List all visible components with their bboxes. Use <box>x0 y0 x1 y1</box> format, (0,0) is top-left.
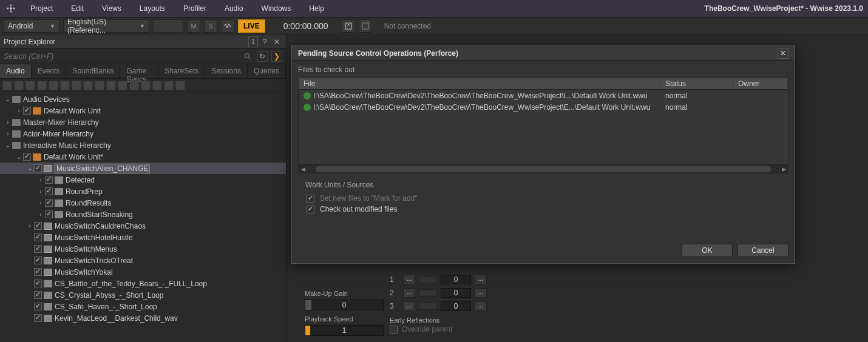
include-checkbox[interactable] <box>45 187 53 195</box>
tree-node[interactable]: ›RoundPrep <box>0 186 286 197</box>
forward-icon[interactable]: ❯ <box>271 51 282 62</box>
tab-events[interactable]: Events <box>32 64 67 78</box>
tree-node[interactable]: MusicSwitchYokai <box>0 266 286 278</box>
tool-icon-1[interactable] <box>2 81 12 90</box>
tool-icon-5[interactable] <box>49 81 58 90</box>
chevron-right-icon[interactable]: › <box>4 119 12 126</box>
dialog-close-button[interactable]: ✕ <box>778 48 788 59</box>
tree-node[interactable]: ›MusicSwitchCauldrenChaos <box>0 220 286 232</box>
search-icon[interactable] <box>242 51 253 62</box>
aux-value[interactable]: 0 <box>441 275 471 284</box>
tool-icon-16[interactable] <box>175 81 185 90</box>
chevron-right-icon[interactable]: › <box>36 188 45 195</box>
waveform-icon[interactable] <box>221 19 234 33</box>
tree-node[interactable]: ›Default Work Unit <box>0 105 286 116</box>
include-checkbox[interactable] <box>34 256 42 264</box>
col-status[interactable]: Status <box>660 79 733 88</box>
mute-button[interactable]: M <box>187 19 200 33</box>
tool-icon-15[interactable] <box>164 81 174 90</box>
tree-node[interactable]: MusicSwitchTrickOTreat <box>0 255 286 266</box>
tree-node[interactable]: CS_Battle_of_the_Teddy_Bears_-_FULL_Loop <box>0 278 286 289</box>
include-checkbox[interactable] <box>34 164 42 172</box>
tool-icon-4[interactable] <box>37 81 47 90</box>
override-parent-checkbox[interactable]: Override parent <box>390 325 608 334</box>
tool-icon-12[interactable] <box>129 81 139 90</box>
tab-queries[interactable]: Queries <box>248 64 286 78</box>
cancel-button[interactable]: Cancel <box>737 244 788 257</box>
menu-views[interactable]: Views <box>98 2 125 15</box>
tool-icon-9[interactable] <box>95 81 104 90</box>
tool-icon-10[interactable] <box>106 81 116 90</box>
tool-icon-8[interactable] <box>83 81 93 90</box>
ok-button[interactable]: OK <box>682 244 733 257</box>
include-checkbox[interactable] <box>34 314 42 322</box>
menu-project[interactable]: Project <box>27 2 56 15</box>
tree-node[interactable]: MusicSwitchHotelHustle <box>0 232 286 243</box>
tree-node[interactable]: CS_Safe_Haven_-_Short_Loop <box>0 301 286 312</box>
tool-icon-14[interactable] <box>152 81 162 90</box>
tool-icon-7[interactable] <box>72 81 81 90</box>
language-dropdown[interactable]: English(US) (Referenc...▼ <box>63 19 149 33</box>
tool-icon-13[interactable] <box>141 81 151 90</box>
menu-help[interactable]: Help <box>305 2 328 15</box>
include-checkbox[interactable] <box>34 233 42 241</box>
toolbar-slot[interactable] <box>153 19 183 33</box>
chevron-right-icon[interactable]: › <box>4 130 12 137</box>
tab-sessions[interactable]: Sessions <box>205 64 248 78</box>
menu-edit[interactable]: Edit <box>67 2 87 15</box>
include-checkbox[interactable] <box>34 268 42 276</box>
col-file[interactable]: File <box>299 79 660 88</box>
aux-value[interactable]: 0 <box>441 301 471 311</box>
include-checkbox[interactable] <box>34 280 42 287</box>
solo-button[interactable]: S <box>204 19 217 33</box>
tool-icon-11[interactable] <box>118 81 127 90</box>
tree-node[interactable]: ⌄Interactive Music Hierarchy <box>0 139 286 151</box>
tab-sharesets[interactable]: ShareSets <box>158 64 205 78</box>
file-row[interactable]: I:\SA\BooCrew\TheBooCrew\Dev2\TheBooCrew… <box>299 101 788 113</box>
aux-more-button[interactable]: ... <box>475 275 487 284</box>
tab-soundbanks[interactable]: SoundBanks <box>66 64 120 78</box>
close-panel-icon[interactable]: ✕ <box>271 36 282 47</box>
remote-sync-icon[interactable] <box>359 19 372 33</box>
horizontal-scrollbar[interactable]: ◀ ▶ <box>298 165 788 173</box>
menu-profiler[interactable]: Profiler <box>180 2 210 15</box>
playback-speed-slider[interactable]: 1 <box>305 325 384 336</box>
tree-node[interactable]: ›Actor-Mixer Hierarchy <box>0 128 286 139</box>
tool-icon-3[interactable] <box>25 81 35 90</box>
include-checkbox[interactable] <box>34 303 42 310</box>
tree-node[interactable]: MusicSwitchMenus <box>0 243 286 255</box>
aux-browse-button[interactable]: ... <box>403 288 415 298</box>
include-checkbox[interactable] <box>45 199 53 207</box>
chevron-right-icon[interactable]: › <box>25 223 34 229</box>
live-button[interactable]: LIVE <box>238 19 265 33</box>
file-table-body[interactable]: I:\SA\BooCrew\TheBooCrew\Dev2\TheBooCrew… <box>298 90 788 165</box>
include-checkbox[interactable] <box>34 245 42 253</box>
aux-browse-button[interactable]: ... <box>403 275 415 284</box>
help-icon[interactable]: ? <box>259 36 270 47</box>
aux-value[interactable]: 0 <box>441 288 471 298</box>
include-checkbox[interactable] <box>34 291 42 299</box>
tool-icon-6[interactable] <box>60 81 70 90</box>
search-input[interactable] <box>4 50 239 62</box>
tree-node[interactable]: ›Master-Mixer Hierarchy <box>0 116 286 128</box>
scroll-left-icon[interactable]: ◀ <box>299 166 307 172</box>
platform-dropdown[interactable]: Android▼ <box>4 19 59 33</box>
chevron-right-icon[interactable]: › <box>36 176 45 183</box>
chevron-down-icon[interactable]: ⌄ <box>15 153 23 160</box>
col-owner[interactable]: Owner <box>733 79 788 88</box>
makeup-gain-slider[interactable]: 0 <box>305 300 384 310</box>
include-checkbox[interactable] <box>23 153 31 161</box>
tree-node[interactable]: ⌄MusicSwitchAlien_CHANGE <box>0 163 286 174</box>
tree-node[interactable]: ›Detected <box>0 174 286 186</box>
chevron-down-icon[interactable]: ⌄ <box>25 165 34 172</box>
scroll-right-icon[interactable]: ▶ <box>779 166 788 172</box>
tree-node[interactable]: ⌄Default Work Unit* <box>0 151 286 163</box>
refresh-icon[interactable]: ↻ <box>257 51 268 62</box>
include-checkbox[interactable] <box>45 210 53 218</box>
menu-windows[interactable]: Windows <box>258 2 295 15</box>
recycle-bin-button[interactable]: 1 <box>248 36 258 47</box>
include-checkbox[interactable] <box>45 176 53 184</box>
include-checkbox[interactable] <box>34 222 42 230</box>
aux-more-button[interactable]: ... <box>475 288 487 298</box>
tab-game-syncs[interactable]: Game Syncs <box>120 64 158 78</box>
